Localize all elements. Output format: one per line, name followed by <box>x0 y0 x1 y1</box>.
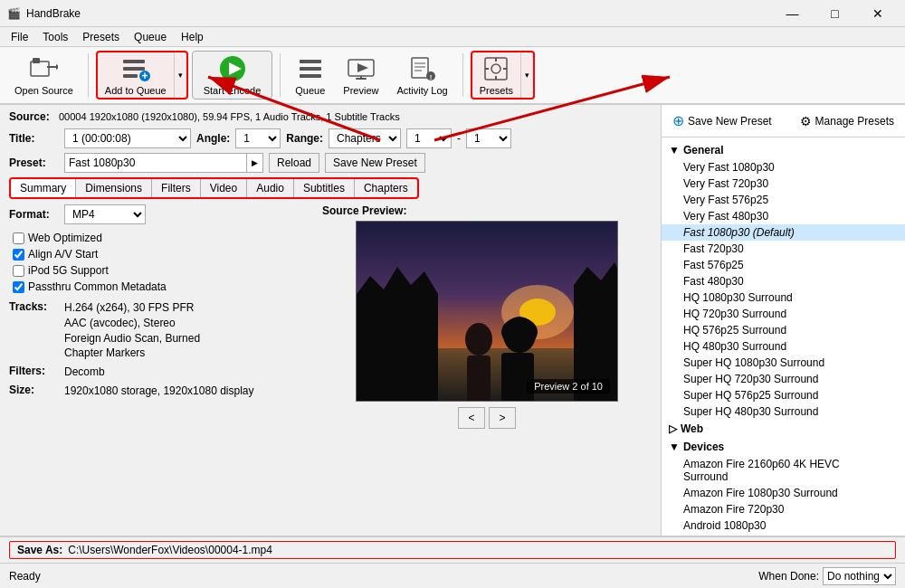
start-encode-icon <box>218 54 247 83</box>
preset-item-fast-720[interactable]: Fast 720p30 <box>662 241 905 257</box>
menu-file[interactable]: File <box>4 29 35 45</box>
range-to-select[interactable]: 1 <box>466 128 511 148</box>
preset-category-devices[interactable]: ▼ Devices <box>662 438 905 456</box>
menu-help[interactable]: Help <box>174 29 211 45</box>
preset-item-fast-480[interactable]: Fast 480p30 <box>662 273 905 289</box>
preview-prev-button[interactable]: < <box>458 407 485 429</box>
svg-rect-1 <box>33 58 40 63</box>
manage-presets-button[interactable]: ⚙ Manage Presets <box>796 112 898 130</box>
preset-item-amazon-1080[interactable]: Amazon Fire 1080p30 Surround <box>662 485 905 501</box>
title-row: Title: 1 (00:00:08) Angle: 1 Range: Chap… <box>9 128 652 148</box>
preset-item-very-fast-480[interactable]: Very Fast 480p30 <box>662 208 905 224</box>
start-encode-button[interactable]: Start Encode <box>192 51 273 100</box>
title-select[interactable]: 1 (00:00:08) <box>64 128 191 148</box>
menu-tools[interactable]: Tools <box>35 29 75 45</box>
tab-summary[interactable]: Summary <box>11 179 76 197</box>
preset-item-superhq-576[interactable]: Super HQ 576p25 Surround <box>662 387 905 403</box>
manage-presets-gear-icon: ⚙ <box>800 114 812 128</box>
preview-next-button[interactable]: > <box>489 407 516 429</box>
passthru-checkbox[interactable] <box>13 281 24 293</box>
preset-item-very-fast-720[interactable]: Very Fast 720p30 <box>662 175 905 192</box>
web-expand-icon: ▷ <box>669 422 677 435</box>
preview-image: Preview 2 of 10 <box>356 221 618 402</box>
activity-log-button[interactable]: ! Activity Log <box>389 51 454 100</box>
svg-rect-0 <box>31 62 49 76</box>
save-new-preset-button[interactable]: Save New Preset <box>325 153 425 173</box>
save-new-preset-panel-button[interactable]: ⊕ Save New Preset <box>669 110 776 131</box>
preset-item-hq-576[interactable]: HQ 576p25 Surround <box>662 322 905 338</box>
range-from-select[interactable]: 1 <box>406 128 452 148</box>
ipod-checkbox[interactable] <box>13 265 24 277</box>
checkbox-passthru: Passthru Common Metadata <box>9 280 308 293</box>
preset-item-very-fast-576[interactable]: Very Fast 576p25 <box>662 192 905 208</box>
presets-list: ▼ General Very Fast 1080p30 Very Fast 72… <box>662 138 905 536</box>
svg-rect-18 <box>412 58 428 78</box>
menu-presets[interactable]: Presets <box>75 29 127 45</box>
presets-btn-main[interactable]: Presets <box>472 52 520 98</box>
passthru-label: Passthru Common Metadata <box>28 280 167 293</box>
menu-queue[interactable]: Queue <box>127 29 174 45</box>
preset-item-hq-1080[interactable]: HQ 1080p30 Surround <box>662 289 905 306</box>
web-optimized-checkbox[interactable] <box>13 232 24 244</box>
svg-marker-34 <box>357 267 438 402</box>
menu-bar: File Tools Presets Queue Help <box>0 27 905 47</box>
presets-icon <box>481 54 510 83</box>
add-to-queue-button[interactable]: + Add to Queue ▾ <box>96 51 188 100</box>
presets-button[interactable]: Presets ▾ <box>471 51 535 100</box>
reload-button[interactable]: Reload <box>269 153 319 173</box>
format-select[interactable]: MP4 <box>64 204 146 224</box>
queue-button[interactable]: Queue <box>288 51 332 100</box>
maximize-button[interactable]: □ <box>814 0 855 27</box>
preset-item-amazon-720[interactable]: Amazon Fire 720p30 <box>662 501 905 517</box>
preset-category-general[interactable]: ▼ General <box>662 141 905 159</box>
preset-item-superhq-720[interactable]: Super HQ 720p30 Surround <box>662 371 905 387</box>
tab-dimensions[interactable]: Dimensions <box>76 179 152 197</box>
left-panel: Source: 00004 1920x1080 (1920x1080), 59.… <box>0 105 661 536</box>
tab-video[interactable]: Video <box>201 179 247 197</box>
tab-subtitles[interactable]: Subtitles <box>294 179 355 197</box>
svg-text:+: + <box>141 70 148 82</box>
tab-chapters[interactable]: Chapters <box>355 179 417 197</box>
save-as-value: C:\Users\WonderFox\Videos\00004-1.mp4 <box>68 544 272 556</box>
preset-item-superhq-1080[interactable]: Super HQ 1080p30 Surround <box>662 355 905 371</box>
checkbox-ipod: iPod 5G Support <box>9 264 308 277</box>
activity-log-label: Activity Log <box>396 85 447 96</box>
preset-item-android-1080[interactable]: Android 1080p30 <box>662 517 905 534</box>
preset-item-amazon-4k[interactable]: Amazon Fire 2160p60 4K HEVC Surround <box>662 456 905 485</box>
preview-button[interactable]: Preview <box>336 51 386 100</box>
preset-input[interactable] <box>65 154 246 172</box>
add-to-queue-icon: + <box>121 54 150 83</box>
presets-dropdown-arrow[interactable]: ▾ <box>520 52 533 98</box>
when-done-select[interactable]: Do nothing <box>823 567 896 585</box>
range-type-select[interactable]: Chapters <box>329 128 401 148</box>
preset-item-very-fast-1080[interactable]: Very Fast 1080p30 <box>662 159 905 175</box>
add-to-queue-main[interactable]: + Add to Queue <box>98 52 174 98</box>
tab-audio[interactable]: Audio <box>247 179 294 197</box>
preset-item-fast-1080[interactable]: Fast 1080p30 (Default) <box>662 224 905 241</box>
tracks-value: H.264 (x264), 30 FPS PFR AAC (avcodec), … <box>64 300 200 361</box>
preset-item-hq-480[interactable]: HQ 480p30 Surround <box>662 338 905 355</box>
checkbox-align-av: Align A/V Start <box>9 248 308 261</box>
close-button[interactable]: ✕ <box>857 0 898 27</box>
svg-marker-15 <box>357 63 368 72</box>
preset-item-hq-720[interactable]: HQ 720p30 Surround <box>662 306 905 322</box>
general-category-label: General <box>683 144 724 156</box>
preset-item-fast-576[interactable]: Fast 576p25 <box>662 257 905 273</box>
tab-filters[interactable]: Filters <box>152 179 201 197</box>
size-row: Size: 1920x1080 storage, 1920x1080 displ… <box>9 384 308 399</box>
align-av-checkbox[interactable] <box>13 249 24 261</box>
open-source-icon <box>29 54 58 83</box>
preset-arrow-btn[interactable]: ▶ <box>246 153 262 173</box>
presets-label: Presets <box>480 85 513 96</box>
preview-icon <box>347 54 376 83</box>
align-av-label: Align A/V Start <box>28 248 98 261</box>
preset-category-web[interactable]: ▷ Web <box>662 420 905 438</box>
open-source-button[interactable]: Open Source <box>7 51 81 100</box>
preset-item-superhq-480[interactable]: Super HQ 480p30 Surround <box>662 403 905 420</box>
svg-point-25 <box>491 64 500 73</box>
minimize-button[interactable]: — <box>772 0 813 27</box>
status-text: Ready <box>9 570 41 583</box>
add-to-queue-dropdown[interactable]: ▾ <box>174 52 186 98</box>
angle-select[interactable]: 1 <box>235 128 281 148</box>
when-done-label: When Done: <box>758 570 819 583</box>
